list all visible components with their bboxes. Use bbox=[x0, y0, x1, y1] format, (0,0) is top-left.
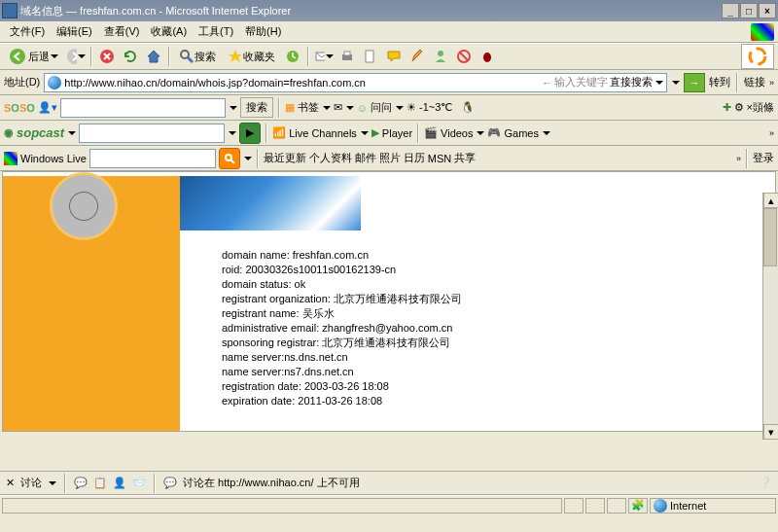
status-zone[interactable]: Internet bbox=[650, 498, 776, 514]
sopcast-search-input[interactable] bbox=[79, 124, 225, 143]
discuss-message: 讨论在 http://www.nihao.cn/ 上不可用 bbox=[183, 476, 360, 490]
soso-logo[interactable]: SOSO bbox=[4, 100, 35, 115]
menu-help[interactable]: 帮助(H) bbox=[239, 22, 287, 41]
soso-search-button[interactable]: 搜索 bbox=[240, 97, 273, 118]
soso-gear-icon[interactable]: ⚙ bbox=[734, 101, 744, 114]
winlive-share[interactable]: 共享 bbox=[454, 151, 476, 165]
soso-bookmark[interactable]: 书签 bbox=[298, 100, 319, 115]
sidebar-banner bbox=[3, 176, 180, 431]
discuss-tool-icon[interactable]: 💬 bbox=[74, 477, 88, 489]
winlive-calendar[interactable]: 日历 bbox=[404, 151, 425, 165]
discuss-tool3-icon[interactable]: 👤 bbox=[113, 477, 126, 489]
messenger-button[interactable] bbox=[430, 46, 451, 67]
stop-button[interactable] bbox=[96, 46, 118, 67]
whois-line: expiration date: 2011-03-26 18:08 bbox=[222, 394, 462, 408]
research-button[interactable] bbox=[407, 46, 428, 67]
mail-button[interactable] bbox=[313, 46, 335, 67]
status-popup-icon[interactable]: 🧩 bbox=[628, 498, 648, 514]
tool-a-button[interactable] bbox=[453, 46, 475, 67]
svg-point-12 bbox=[750, 49, 765, 64]
windows-logo-icon bbox=[751, 23, 774, 41]
address-input[interactable]: http://www.nihao.cn/domain/whois.jsp?dom… bbox=[44, 73, 667, 92]
favorites-button[interactable]: 收藏夹 bbox=[223, 46, 280, 67]
tool-b-button[interactable] bbox=[477, 46, 498, 67]
menu-file[interactable]: 文件(F) bbox=[4, 22, 51, 41]
print-button[interactable] bbox=[336, 46, 358, 67]
scroll-up-button[interactable]: ▴ bbox=[763, 193, 778, 208]
soso-grid-icon[interactable]: ▦ bbox=[285, 101, 295, 114]
url-text: http://www.nihao.cn/domain/whois.jsp?dom… bbox=[64, 77, 366, 89]
sopcast-player[interactable]: Player bbox=[382, 127, 412, 139]
soso-qq-icon[interactable]: 🐧 bbox=[461, 101, 475, 114]
winlive-mail[interactable]: 邮件 bbox=[355, 151, 376, 165]
search-button[interactable]: 搜索 bbox=[174, 46, 221, 67]
sopcast-games[interactable]: Games bbox=[504, 127, 538, 139]
blank-pane bbox=[0, 433, 778, 472]
soso-plus-icon[interactable]: ✚ bbox=[723, 101, 731, 114]
minimize-button[interactable]: _ bbox=[722, 3, 739, 18]
address-dropdown[interactable] bbox=[672, 81, 680, 85]
links-label[interactable]: 链接 bbox=[744, 75, 765, 89]
soso-weather[interactable]: -1~3℃ bbox=[419, 101, 452, 114]
soso-person-icon[interactable]: 👤▾ bbox=[38, 101, 57, 114]
sopcast-overflow[interactable]: » bbox=[769, 128, 774, 138]
svg-point-0 bbox=[10, 49, 25, 64]
whois-line: name server:ns.dns.net.cn bbox=[222, 350, 462, 365]
vertical-scrollbar[interactable]: ▴ ▾ bbox=[762, 193, 778, 440]
discuss-msg-icon: 💬 bbox=[163, 477, 177, 489]
soso-toolbar: SOSO 👤▾ 搜索 ▦ 书签 ✉ ☺ 问问 ☀ -1~3℃ 🐧 ✚ ⚙ ×頭條 bbox=[0, 95, 778, 121]
go-button[interactable]: → bbox=[684, 73, 705, 92]
svg-rect-7 bbox=[344, 52, 350, 55]
status-cell-1 bbox=[564, 498, 584, 514]
status-cell-2 bbox=[585, 498, 605, 514]
sopcast-go-button[interactable]: ▶ bbox=[239, 123, 261, 144]
refresh-button[interactable] bbox=[120, 46, 141, 67]
direct-search[interactable]: 直接搜索 bbox=[610, 75, 653, 89]
soso-toutiao[interactable]: ×頭條 bbox=[747, 100, 774, 115]
winlive-recent[interactable]: 最近更新 bbox=[264, 151, 306, 165]
discuss-bar: ✕ 讨论 💬 📋 👤 📨 💬 讨论在 http://www.nihao.cn/ … bbox=[0, 472, 778, 495]
winlive-search-input[interactable] bbox=[89, 149, 216, 168]
internet-zone-icon bbox=[654, 499, 667, 513]
forward-button[interactable] bbox=[65, 46, 87, 67]
menu-favorites[interactable]: 收藏(A) bbox=[145, 22, 193, 41]
sopcast-videos[interactable]: Videos bbox=[441, 127, 473, 139]
discuss-close-icon[interactable]: ✕ bbox=[6, 477, 15, 489]
discuss-tool2-icon[interactable]: 📋 bbox=[93, 477, 107, 489]
star-icon bbox=[228, 49, 243, 64]
soso-search-input[interactable] bbox=[60, 98, 226, 118]
address-label: 地址(D) bbox=[4, 75, 40, 89]
history-button[interactable] bbox=[282, 46, 303, 67]
sopcast-live[interactable]: Live Channels bbox=[289, 127, 357, 139]
soso-ask[interactable]: 问问 bbox=[371, 100, 392, 115]
discuss-tool4-icon[interactable]: 📨 bbox=[132, 477, 146, 489]
winlive-profile[interactable]: 个人资料 bbox=[309, 151, 352, 165]
whois-line: registration date: 2003-03-26 18:08 bbox=[222, 379, 462, 394]
menu-view[interactable]: 查看(V) bbox=[98, 22, 146, 41]
svg-point-3 bbox=[181, 51, 189, 58]
winlive-login[interactable]: 登录 bbox=[753, 151, 774, 165]
winlive-photo[interactable]: 照片 bbox=[379, 151, 401, 165]
content-area: domain name: freshfan.com.cn roid: 20030… bbox=[2, 171, 776, 432]
search-icon bbox=[179, 49, 194, 64]
winlive-label[interactable]: Windows Live bbox=[20, 153, 87, 164]
close-button[interactable]: × bbox=[759, 3, 776, 18]
discuss-button[interactable] bbox=[383, 46, 405, 67]
maximize-button[interactable]: □ bbox=[740, 3, 758, 18]
menu-edit[interactable]: 编辑(E) bbox=[51, 22, 98, 41]
scroll-down-button[interactable]: ▾ bbox=[763, 424, 778, 440]
history-icon bbox=[285, 49, 301, 64]
keyword-hint: 输入关键字 bbox=[554, 75, 608, 89]
winlive-overflow[interactable]: » bbox=[736, 154, 741, 163]
home-button[interactable] bbox=[143, 46, 164, 67]
menu-tools[interactable]: 工具(T) bbox=[193, 22, 239, 41]
winlive-msn[interactable]: MSN bbox=[428, 153, 451, 164]
back-button[interactable]: 后退 bbox=[4, 46, 63, 67]
sopcast-logo[interactable]: sopcast bbox=[17, 125, 64, 140]
sopcast-film-icon: 🎬 bbox=[424, 126, 438, 139]
discuss-help-icon[interactable]: ❔ bbox=[759, 477, 772, 489]
soso-mail-icon[interactable]: ✉ bbox=[334, 101, 342, 114]
edit-button[interactable] bbox=[360, 46, 381, 67]
scroll-thumb[interactable] bbox=[763, 208, 777, 266]
winlive-search-button[interactable] bbox=[219, 148, 240, 169]
